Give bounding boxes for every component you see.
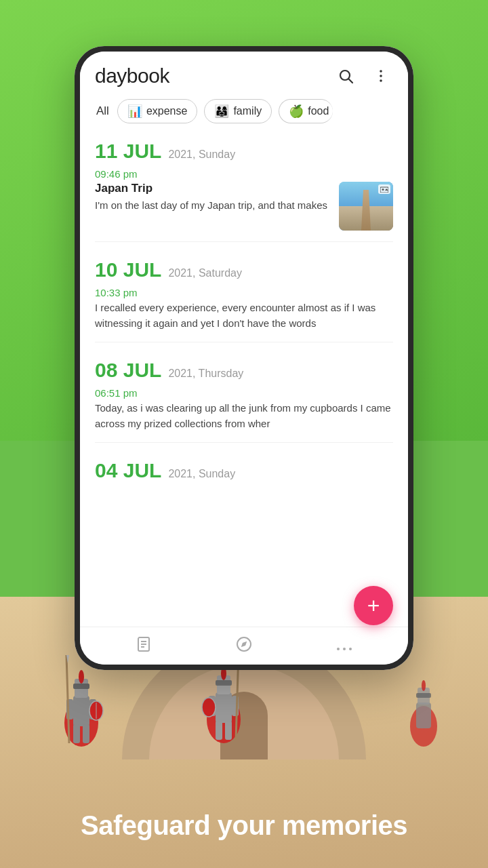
entry-image-1 xyxy=(339,182,393,231)
entry-content-3: Today, as i was clearing up all the junk… xyxy=(95,401,393,431)
date-day-3: 08 JUL xyxy=(95,359,161,382)
bottom-nav xyxy=(80,627,408,665)
food-chip-icon: 🍏 xyxy=(289,104,304,119)
svg-rect-23 xyxy=(73,724,80,743)
date-day-2: 10 JUL xyxy=(95,258,161,281)
svg-marker-12 xyxy=(241,641,247,646)
entry-content-2: I recalled every experience, every encou… xyxy=(95,300,393,331)
app-title: daybook xyxy=(95,64,169,87)
nav-more-icon[interactable] xyxy=(331,632,358,660)
date-day-4: 04 JUL xyxy=(95,459,161,482)
svg-point-14 xyxy=(343,648,346,650)
phone-device: daybook xyxy=(75,46,413,670)
svg-point-40 xyxy=(202,698,216,717)
chip-food[interactable]: 🍏 food xyxy=(279,99,333,123)
svg-point-13 xyxy=(337,648,340,650)
entry-group-4: 04 JUL 2021, Sunday xyxy=(95,459,393,482)
svg-point-20 xyxy=(79,670,84,684)
expense-chip-label: expense xyxy=(146,105,188,117)
date-header-1: 11 JUL 2021, Sunday xyxy=(95,140,393,163)
family-chip-label: family xyxy=(233,105,262,117)
date-header-2: 10 JUL 2021, Saturday xyxy=(95,258,393,281)
entry-group-2: 10 JUL 2021, Saturday 10:33 pm I recalle… xyxy=(95,258,393,342)
search-button[interactable] xyxy=(333,64,358,88)
svg-point-45 xyxy=(422,680,426,691)
app-container: daybook xyxy=(80,52,408,665)
date-header-3: 08 JUL 2021, Thursday xyxy=(95,359,393,382)
svg-rect-24 xyxy=(83,724,89,743)
add-entry-fab[interactable]: + xyxy=(354,586,393,625)
svg-rect-32 xyxy=(216,680,232,686)
header-icons xyxy=(333,64,393,88)
knight-right xyxy=(400,669,447,753)
svg-line-1 xyxy=(349,79,353,83)
svg-rect-37 xyxy=(225,721,232,740)
svg-point-2 xyxy=(380,70,382,73)
entry-group-1: 11 JUL 2021, Sunday 09:46 pm Japan Trip … xyxy=(95,140,393,242)
family-chip-icon: 👨‍👩‍👧 xyxy=(214,104,229,119)
svg-rect-42 xyxy=(416,703,431,728)
entry-body-1: I'm on the last day of my Japan trip, an… xyxy=(95,198,331,214)
entry-time-3: 06:51 pm xyxy=(95,387,393,399)
entry-time-1: 09:46 pm xyxy=(95,168,393,180)
svg-rect-17 xyxy=(73,696,89,726)
entry-text-2: I recalled every experience, every encou… xyxy=(95,300,393,331)
nav-journal-icon[interactable] xyxy=(130,631,157,662)
date-day-1: 11 JUL xyxy=(95,140,161,163)
svg-rect-36 xyxy=(216,721,222,740)
tagline: Safeguard your memories xyxy=(0,810,488,841)
date-rest-1: 2021, Sunday xyxy=(168,149,235,161)
food-chip-label: food xyxy=(308,105,329,117)
entry-group-3: 08 JUL 2021, Thursday 06:51 pm Today, as… xyxy=(95,359,393,443)
svg-rect-19 xyxy=(73,684,89,689)
entry-time-2: 10:33 pm xyxy=(95,287,393,298)
svg-point-15 xyxy=(349,648,352,650)
svg-rect-44 xyxy=(416,693,431,698)
filter-all[interactable]: All xyxy=(95,102,110,121)
entry-text-1: Japan Trip I'm on the last day of my Jap… xyxy=(95,182,331,214)
chip-family[interactable]: 👨‍👩‍👧 family xyxy=(204,99,272,123)
entry-body-2: I recalled every experience, every encou… xyxy=(95,300,393,331)
svg-point-3 xyxy=(380,75,382,77)
image-overlay-icon xyxy=(378,184,390,194)
nav-explore-icon[interactable] xyxy=(230,631,258,662)
entry-title-1: Japan Trip xyxy=(95,182,331,195)
date-rest-2: 2021, Saturday xyxy=(168,267,242,279)
chip-expense[interactable]: 📊 expense xyxy=(117,99,198,123)
svg-rect-30 xyxy=(216,692,232,723)
svg-point-4 xyxy=(380,79,382,82)
entry-text-3: Today, as i was clearing up all the junk… xyxy=(95,401,393,431)
more-menu-button[interactable] xyxy=(369,64,393,88)
app-header: daybook xyxy=(80,52,408,95)
date-rest-3: 2021, Thursday xyxy=(168,368,243,380)
entry-body-3: Today, as i was clearing up all the junk… xyxy=(95,401,393,431)
journal-entries: 11 JUL 2021, Sunday 09:46 pm Japan Trip … xyxy=(80,133,408,627)
phone-screen: daybook xyxy=(80,52,408,665)
entry-image-inner-1 xyxy=(339,182,393,231)
filter-bar: All 📊 expense 👨‍👩‍👧 family 🍏 food xyxy=(80,95,408,133)
svg-point-6 xyxy=(382,189,384,191)
date-rest-4: 2021, Sunday xyxy=(168,468,235,480)
entry-content-1: Japan Trip I'm on the last day of my Jap… xyxy=(95,182,393,231)
expense-chip-icon: 📊 xyxy=(127,104,142,119)
